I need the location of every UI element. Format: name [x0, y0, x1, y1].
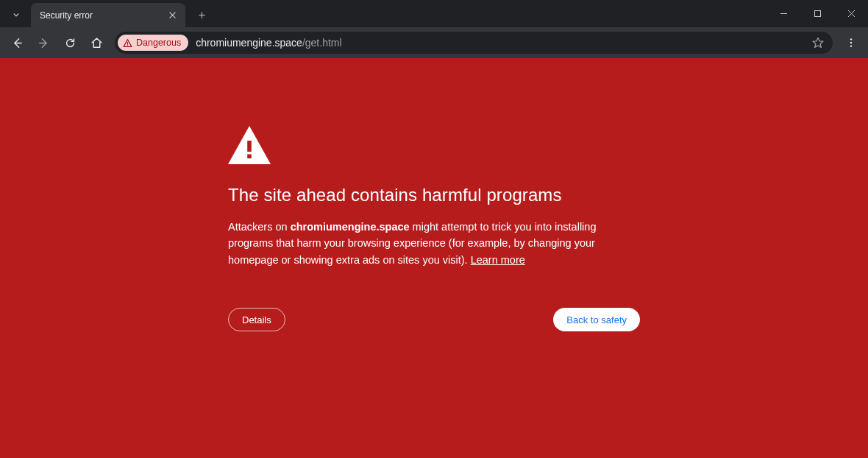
- warning-triangle-icon: [123, 38, 132, 48]
- svg-point-4: [850, 45, 852, 46]
- browser-toolbar: Dangerous chromiumengine.space/get.html: [0, 27, 868, 58]
- home-button[interactable]: [84, 30, 109, 55]
- svg-point-1: [127, 45, 128, 46]
- url-text: chromiumengine.space/get.html: [196, 37, 808, 49]
- svg-point-3: [850, 42, 852, 43]
- warning-pre: Attackers on: [228, 221, 291, 233]
- back-to-safety-button[interactable]: Back to safety: [553, 308, 640, 331]
- warning-body: Attackers on chromiumengine.space might …: [228, 219, 640, 268]
- svg-rect-6: [247, 155, 252, 159]
- back-button[interactable]: [4, 30, 29, 55]
- svg-point-2: [850, 38, 852, 40]
- new-tab-button[interactable]: [191, 4, 212, 25]
- url-path: /get.html: [302, 37, 342, 49]
- dangerous-site-chip[interactable]: Dangerous: [118, 35, 188, 51]
- warning-domain: chromiumengine.space: [291, 221, 410, 233]
- learn-more-link[interactable]: Learn more: [471, 254, 525, 266]
- bookmark-star-icon[interactable]: [808, 32, 828, 53]
- window-maximize-button[interactable]: [800, 0, 834, 27]
- window-minimize-button[interactable]: [766, 0, 800, 27]
- browser-tab[interactable]: Security error: [31, 3, 185, 27]
- browser-titlebar: Security error: [0, 0, 868, 27]
- tab-title: Security error: [40, 10, 166, 21]
- warning-panel: The site ahead contains harmful programs…: [228, 126, 640, 458]
- address-bar[interactable]: Dangerous chromiumengine.space/get.html: [115, 32, 833, 54]
- search-tabs-button[interactable]: [4, 3, 28, 27]
- svg-rect-0: [814, 11, 820, 17]
- window-close-button[interactable]: [834, 0, 868, 27]
- details-button[interactable]: Details: [228, 308, 285, 331]
- reload-button[interactable]: [57, 30, 82, 55]
- forward-button[interactable]: [31, 30, 56, 55]
- browser-menu-button[interactable]: [839, 30, 864, 55]
- warning-triangle-large-icon: [228, 126, 640, 164]
- dangerous-label: Dangerous: [136, 38, 181, 48]
- warning-headline: The site ahead contains harmful programs: [228, 185, 640, 205]
- svg-rect-5: [247, 141, 252, 152]
- safe-browsing-interstitial: The site ahead contains harmful programs…: [0, 58, 868, 458]
- warning-button-row: Details Back to safety: [228, 308, 640, 331]
- tab-close-icon[interactable]: [166, 10, 178, 21]
- window-controls: [766, 0, 868, 27]
- url-host: chromiumengine.space: [196, 37, 302, 49]
